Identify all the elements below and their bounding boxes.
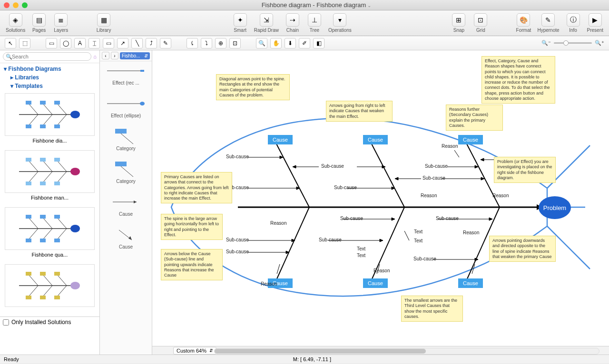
grid-button[interactable]: ⊡Grid — [471, 12, 491, 34]
chain-button[interactable]: ⇢Chain — [283, 12, 303, 34]
main-toolbar: ◈Solutions▤Pages≣Layers▦Library✦Smart⇲Ra… — [0, 10, 609, 36]
layers-button[interactable]: ≣Layers — [51, 12, 71, 34]
problem-ellipse[interactable]: Problem — [539, 196, 571, 219]
hypernote-button[interactable]: ✎Hypernote — [535, 12, 561, 34]
tool-20[interactable]: ⬇ — [285, 38, 296, 48]
tool-9[interactable]: ╲ — [131, 38, 143, 48]
cause-box[interactable]: Cause — [363, 278, 388, 288]
horizontal-scrollbar[interactable] — [214, 348, 599, 354]
shape-item[interactable]: Category — [102, 163, 150, 184]
svg-line-6 — [57, 115, 67, 125]
tool-14[interactable]: ⤵ — [201, 38, 212, 48]
shape-item[interactable]: Cause — [102, 195, 150, 217]
svg-rect-50 — [40, 272, 46, 276]
only-installed-row[interactable]: Only Installed Solutions — [0, 316, 99, 327]
tool-1[interactable]: ⬚ — [19, 38, 30, 48]
tool-7[interactable]: ▭ — [103, 38, 114, 48]
present-button[interactable]: ▶Present — [585, 12, 605, 34]
tool-16[interactable]: ⊡ — [229, 38, 241, 48]
library-button[interactable]: ▦Library — [94, 12, 114, 34]
canvas-area: Cause Cause Cause Cause Cause Cause Prob… — [152, 50, 609, 354]
minimize-icon[interactable] — [13, 2, 19, 8]
shape-item[interactable]: Effect (ellipse) — [102, 97, 150, 118]
tool-5[interactable]: A — [74, 38, 86, 48]
cause-box[interactable]: Cause — [363, 135, 388, 144]
tool-8[interactable]: ↗ — [117, 38, 128, 48]
zoom-slider[interactable]: 🔍⁻🔍⁺ — [541, 40, 604, 46]
format-button[interactable]: 🎨Format — [513, 12, 533, 34]
canvas-bottom-bar: Custom 64%⇵ — [152, 346, 609, 354]
solutions-button[interactable]: ◈Solutions — [4, 12, 27, 34]
zoom-icon[interactable] — [22, 2, 28, 8]
info-button[interactable]: ⓘInfo — [563, 12, 583, 34]
tree-root[interactable]: ▾ Fishbone Diagrams — [0, 63, 99, 73]
smart-button[interactable]: ✦Smart — [230, 12, 250, 34]
diagram-canvas[interactable]: Cause Cause Cause Cause Cause Cause Prob… — [152, 50, 609, 346]
template-thumb[interactable] — [5, 264, 95, 307]
tree-button[interactable]: ⊥Tree — [304, 12, 324, 34]
collapse-icon[interactable]: ⌂ — [93, 54, 97, 59]
svg-rect-38 — [26, 239, 31, 242]
tool-6[interactable]: ⌶ — [88, 38, 100, 48]
toolbar-label: Library — [97, 28, 111, 33]
subcause-label: Sub-cause — [226, 154, 249, 159]
svg-marker-101 — [380, 239, 383, 242]
tool-13[interactable]: ⤹ — [187, 38, 198, 48]
subcause-label: Sub-cause — [422, 175, 445, 181]
svg-marker-99 — [392, 218, 395, 220]
shape-item[interactable]: Cause — [102, 228, 150, 249]
tool-0[interactable]: ↖ — [5, 38, 16, 48]
window-title[interactable]: Fishbone diagram - Fishbone diagram⌄ — [28, 1, 605, 9]
note: The spine is the large arrow going horiz… — [161, 214, 223, 240]
svg-line-44 — [43, 275, 52, 286]
tool-4[interactable]: ◯ — [60, 38, 71, 48]
toolbar-label: Grid — [476, 28, 485, 33]
search-input[interactable] — [3, 52, 91, 61]
tool-21[interactable]: ✐ — [299, 38, 310, 48]
tool-22[interactable]: ◧ — [313, 38, 324, 48]
template-thumb[interactable] — [5, 93, 95, 136]
tree-templates[interactable]: ▾ Templates — [0, 82, 99, 90]
zoom-out-icon[interactable]: 🔍⁻ — [541, 40, 551, 46]
tool-15[interactable]: ⊕ — [215, 38, 226, 48]
only-installed-checkbox[interactable] — [3, 319, 9, 326]
hypernote-icon: ✎ — [541, 13, 555, 27]
tool-11[interactable]: ✎ — [160, 38, 171, 48]
shape-item[interactable]: Effect (rec ... — [102, 64, 150, 86]
shapes-back-icon[interactable]: ‹ — [102, 52, 109, 59]
operations-button[interactable]: ▾Operations — [326, 12, 354, 34]
rapid-button[interactable]: ⇲Rapid Draw — [252, 12, 281, 34]
titlebar: Fishbone diagram - Fishbone diagram⌄ — [0, 0, 609, 10]
tool-19[interactable]: ✋ — [270, 38, 282, 48]
shapes-fwd-icon[interactable]: › — [111, 52, 118, 59]
tool-3[interactable]: ▭ — [46, 38, 57, 48]
template-thumb[interactable] — [5, 207, 95, 250]
svg-line-110 — [454, 150, 459, 157]
cause-box[interactable]: Cause — [268, 135, 293, 144]
svg-marker-93 — [481, 158, 484, 161]
pages-button[interactable]: ▤Pages — [29, 12, 49, 34]
shape-item[interactable]: Category — [102, 130, 150, 151]
cause-box[interactable]: Cause — [458, 135, 483, 144]
svg-rect-11 — [40, 125, 46, 128]
text-label: Text — [357, 253, 365, 258]
reason-label: Reason — [270, 220, 286, 226]
solutions-panel: 🔍 ⌂ ▾ Fishbone Diagrams ▸ Libraries ▾ Te… — [0, 50, 100, 354]
svg-rect-24 — [26, 182, 31, 185]
template-thumb[interactable] — [5, 150, 95, 193]
svg-rect-25 — [40, 182, 46, 185]
zoom-in-icon[interactable]: 🔍⁺ — [595, 40, 604, 46]
thumb-label: Fishbone qua... — [5, 252, 95, 258]
tool-18[interactable]: 🔍 — [256, 38, 267, 48]
svg-point-13 — [70, 111, 80, 118]
window-controls — [4, 2, 28, 8]
tree-libraries[interactable]: ▸ Libraries — [0, 73, 99, 82]
close-icon[interactable] — [4, 2, 10, 8]
svg-line-48 — [57, 286, 67, 297]
snap-button[interactable]: ⊞Snap — [449, 12, 469, 34]
cause-box[interactable]: Cause — [458, 278, 483, 288]
svg-line-4 — [29, 115, 38, 125]
shapes-dropdown[interactable]: Fishbo...⇵ — [120, 52, 150, 59]
tool-10[interactable]: ⤴ — [146, 38, 157, 48]
zoom-dropdown[interactable]: Custom 64%⇵ — [173, 347, 216, 354]
